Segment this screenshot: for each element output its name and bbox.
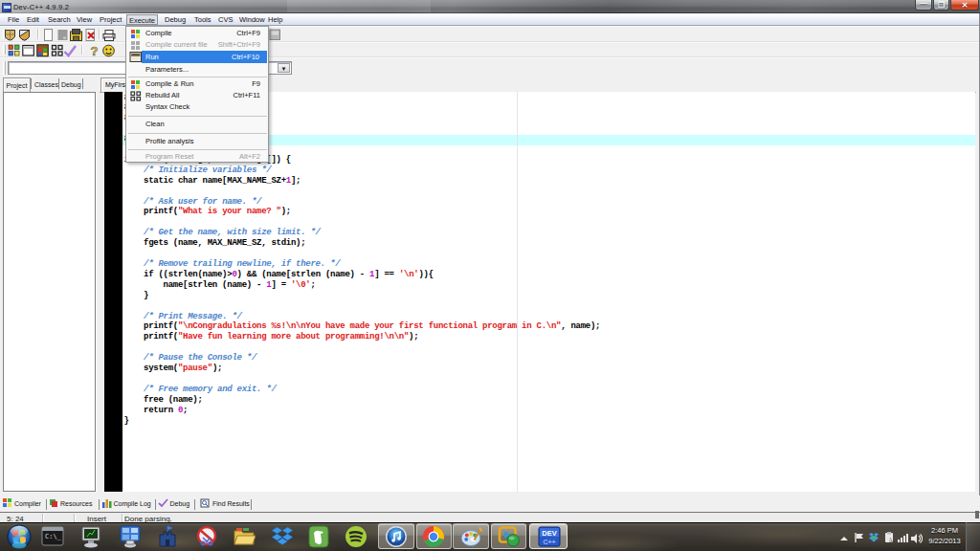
svg-text:C:\_: C:\_ <box>45 533 62 540</box>
svg-text:?: ? <box>91 44 99 57</box>
svg-text:DEV: DEV <box>542 529 556 538</box>
svg-text:C++: C++ <box>543 539 555 545</box>
